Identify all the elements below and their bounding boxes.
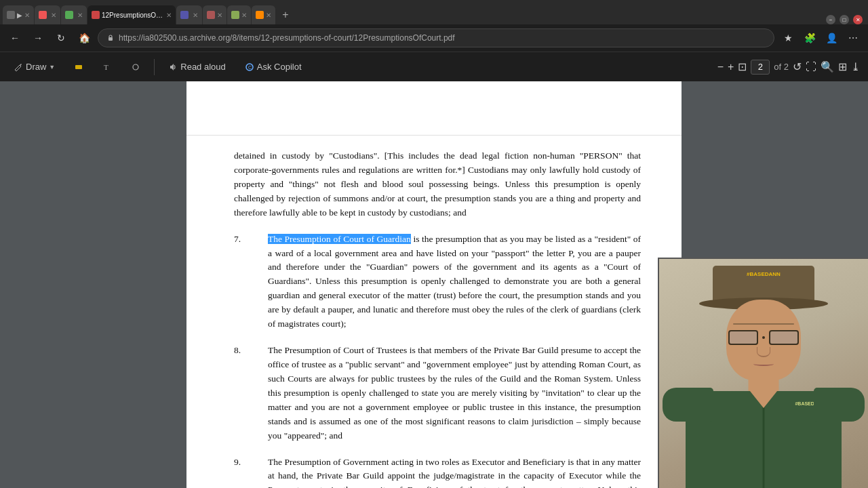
- tab-favicon-5: [180, 11, 189, 19]
- browser-chrome: ▶ ✕ ✕ ✕ 12PresumptionsOfCourt.pdf ✕: [0, 0, 868, 81]
- pdf-item-7-text: The Presumption of Court of Guardian is …: [268, 232, 641, 331]
- tab-favicon-1: [7, 11, 15, 19]
- fit-page-button[interactable]: ⊡: [738, 60, 747, 73]
- tab-2[interactable]: ✕: [35, 5, 60, 24]
- pdf-viewer-area: detained in custody by "Custodians". [Th…: [0, 81, 868, 488]
- person-nose: [757, 347, 770, 357]
- glasses-left-lens: [728, 330, 758, 345]
- webcam-overlay: #BASEDANN: [658, 258, 868, 488]
- pdf-document: detained in custody by "Custodians". [Th…: [186, 81, 682, 488]
- tab-close-active[interactable]: ✕: [166, 12, 172, 19]
- tab-8[interactable]: ✕: [252, 5, 275, 24]
- tab-favicon-7: [231, 11, 239, 19]
- draw-chevron: ▼: [49, 64, 55, 70]
- download-button[interactable]: ⤓: [851, 60, 860, 73]
- svg-text:T: T: [104, 63, 108, 71]
- back-button[interactable]: ←: [5, 28, 24, 47]
- left-eyebrow: [733, 323, 794, 325]
- highlight-button[interactable]: [68, 60, 89, 75]
- search-icon-nav[interactable]: 🔍: [821, 60, 834, 73]
- tab-5[interactable]: ✕: [176, 5, 202, 24]
- tab-close-1[interactable]: ✕: [24, 12, 30, 19]
- tab-favicon-6: [207, 11, 215, 19]
- text-button[interactable]: T: [97, 60, 117, 75]
- tab-favicon-active: [92, 11, 100, 19]
- svg-rect-0: [108, 37, 113, 41]
- pdf-toolbar: Draw ▼ T Read aloud C Ask Copilot − + ⊡ …: [0, 52, 868, 81]
- person-head: [726, 300, 801, 381]
- tab-favicon-3: [65, 11, 73, 19]
- hat-crown: #BASEDANN: [713, 266, 814, 303]
- left-shoulder: [663, 388, 713, 422]
- copilot-icon: C: [245, 62, 254, 72]
- tab-favicon-2: [39, 11, 47, 19]
- pdf-text-intro: detained in custody by "Custodians". [Th…: [234, 150, 641, 218]
- pdf-item-7-number: 7.: [234, 232, 268, 331]
- tab-bar: ▶ ✕ ✕ ✕ 12PresumptionsOfCourt.pdf ✕: [0, 0, 868, 24]
- tab-active[interactable]: 12PresumptionsOfCourt.pdf ✕: [87, 5, 176, 24]
- tab-6[interactable]: ✕: [203, 5, 226, 24]
- read-aloud-button[interactable]: Read aloud: [163, 59, 231, 75]
- url-text: https://ia802500.us.archive.org/8/items/…: [119, 33, 766, 43]
- fullscreen-button[interactable]: ⛶: [806, 61, 816, 73]
- nav-icons: ★ 🧩 👤 ⋯: [778, 28, 863, 47]
- tab-close-2[interactable]: ✕: [51, 12, 56, 19]
- draw-label: Draw: [26, 62, 46, 72]
- person-mouth: [753, 362, 774, 366]
- rotate-button[interactable]: ↺: [793, 60, 802, 73]
- refresh-button[interactable]: ↻: [52, 28, 71, 47]
- ask-copilot-button[interactable]: C Ask Copilot: [239, 59, 307, 75]
- tab-favicon-8: [256, 11, 264, 19]
- maximize-button[interactable]: □: [840, 15, 849, 24]
- draw-button[interactable]: Draw ▼: [8, 59, 60, 75]
- ink-button[interactable]: [125, 60, 146, 75]
- tab-close-3[interactable]: ✕: [77, 12, 83, 19]
- read-aloud-label: Read aloud: [180, 62, 226, 72]
- home-button[interactable]: 🏠: [75, 28, 94, 47]
- close-button[interactable]: ✕: [853, 15, 863, 24]
- settings-button[interactable]: ⋯: [844, 28, 863, 47]
- tab-close-7[interactable]: ✕: [241, 12, 247, 19]
- pdf-highlight-guardian: The Presumption of Court of Guardian: [268, 234, 411, 244]
- text-icon: T: [102, 62, 112, 72]
- tab-close-5[interactable]: ✕: [193, 12, 198, 19]
- page-number-input[interactable]: [751, 60, 770, 75]
- hat-logo-text: #BASEDANN: [747, 271, 781, 277]
- extensions-button[interactable]: 🧩: [800, 28, 819, 47]
- pdf-item-9-number: 9.: [234, 455, 268, 488]
- tab-1[interactable]: ▶ ✕: [3, 5, 34, 24]
- pdf-paragraph-intro: detained in custody by "Custodians". [Th…: [234, 149, 641, 220]
- pdf-item-8-text: The Presumption of Court of Trustees is …: [268, 344, 641, 443]
- forward-button[interactable]: →: [28, 28, 47, 47]
- ask-copilot-label: Ask Copilot: [257, 62, 302, 72]
- highlight-icon: [74, 62, 83, 72]
- new-tab-button[interactable]: +: [276, 5, 295, 24]
- tab-close-8[interactable]: ✕: [266, 12, 271, 19]
- pdf-item-8-number: 8.: [234, 344, 268, 443]
- glasses-right-lens: [769, 330, 799, 345]
- tab-7[interactable]: ✕: [227, 5, 251, 24]
- zoom-in-button[interactable]: +: [728, 61, 734, 73]
- pdf-item-9: 9. The Presumption of Government acting …: [234, 455, 641, 488]
- address-bar[interactable]: https://ia802500.us.archive.org/8/items/…: [98, 28, 774, 47]
- bookmark-button[interactable]: ★: [778, 28, 797, 47]
- tab-title-active: 12PresumptionsOfCourt.pdf: [102, 12, 164, 19]
- ink-icon: [131, 62, 140, 72]
- glasses-frame: [727, 330, 800, 345]
- minimize-button[interactable]: −: [826, 15, 835, 24]
- pdf-item-9-text: The Presumption of Government acting in …: [268, 455, 641, 488]
- profile-button[interactable]: 👤: [822, 28, 841, 47]
- tab-3[interactable]: ✕: [61, 5, 87, 24]
- view-mode-button[interactable]: ⊞: [838, 60, 847, 73]
- zoom-out-button[interactable]: −: [717, 61, 724, 73]
- pdf-page-top: [186, 81, 682, 136]
- tabs-container: ▶ ✕ ✕ ✕ 12PresumptionsOfCourt.pdf ✕: [3, 0, 295, 24]
- pdf-item-7-rest: is the presumption that as you may be li…: [268, 234, 641, 329]
- tab-close-6[interactable]: ✕: [217, 12, 222, 19]
- read-aloud-icon: [168, 62, 178, 72]
- nav-bar: ← → ↻ 🏠 https://ia802500.us.archive.org/…: [0, 24, 868, 52]
- tab-title-1: ▶: [17, 12, 22, 19]
- webcam-background: #BASEDANN: [659, 259, 868, 488]
- glasses-bridge: [762, 336, 765, 339]
- collar-shape: [750, 391, 777, 408]
